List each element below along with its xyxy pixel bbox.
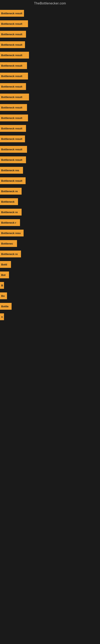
bar-row-13: Bottleneck result — [0, 144, 100, 154]
bar-12: Bottleneck result — [0, 136, 25, 142]
bar-row-3: Bottleneck result — [0, 40, 100, 50]
bar-label-23: Bottleneck re — [1, 252, 18, 256]
bar-2: Bottleneck result — [0, 31, 26, 38]
bar-label-4: Bottleneck result — [1, 54, 22, 57]
bar-row-7: Bottleneck result — [0, 81, 100, 92]
bar-row-25: Bot — [0, 270, 100, 280]
bar-15: Bottleneck res — [0, 167, 23, 174]
bar-row-19: Bottleneck re — [0, 207, 100, 217]
empty-row-30 — [0, 322, 100, 332]
bar-14: Bottleneck result — [0, 156, 26, 163]
bar-8: Bottleneck result — [0, 94, 29, 100]
bar-row-5: Bottleneck result — [0, 60, 100, 71]
bar-label-3: Bottleneck result — [1, 43, 22, 46]
bar-21: Bottleneck resu — [0, 230, 24, 236]
bar-0: Bottleneck result — [0, 10, 24, 17]
bar-9: Bottleneck result — [0, 104, 27, 111]
bar-label-2: Bottleneck result — [1, 33, 22, 36]
bar-label-9: Bottleneck result — [1, 106, 22, 109]
bar-label-22: Bottlenec — [1, 242, 13, 245]
bar-row-1: Bottleneck result — [0, 18, 100, 29]
bar-label-15: Bottleneck res — [1, 169, 19, 172]
bar-16: Bottleneck result — [0, 177, 26, 184]
bar-label-20: Bottleneck r — [1, 221, 16, 224]
bar-label-24: Bottl — [1, 263, 7, 266]
bar-label-12: Bottleneck result — [1, 138, 22, 140]
bar-28: Bottle — [0, 303, 12, 310]
bar-row-4: Bottleneck result — [0, 50, 100, 60]
bar-row-18: Bottleneck — [0, 196, 100, 207]
bar-1: Bottleneck result — [0, 20, 28, 27]
bar-3: Bottleneck result — [0, 41, 25, 48]
bar-label-17: Bottleneck re — [1, 190, 18, 193]
bar-row-10: Bottleneck result — [0, 113, 100, 123]
bar-7: Bottleneck result — [0, 83, 26, 90]
bar-17: Bottleneck re — [0, 188, 22, 194]
empty-row-32 — [0, 343, 100, 354]
bar-29: n — [0, 313, 4, 320]
bar-row-15: Bottleneck res — [0, 165, 100, 176]
bar-row-24: Bottl — [0, 259, 100, 270]
bar-4: Bottleneck result — [0, 52, 29, 58]
bar-row-6: Bottleneck result — [0, 71, 100, 81]
bar-25: Bot — [0, 272, 9, 278]
bar-label-14: Bottleneck result — [1, 158, 22, 162]
bar-row-2: Bottleneck result — [0, 29, 100, 40]
bar-label-10: Bottleneck result — [1, 116, 22, 120]
bar-row-26: B — [0, 280, 100, 290]
bar-13: Bottleneck result — [0, 146, 27, 153]
bar-row-16: Bottleneck result — [0, 176, 100, 186]
bar-label-5: Bottleneck result — [1, 64, 22, 67]
bar-11: Bottleneck result — [0, 125, 26, 132]
bar-row-0: Bottleneck result — [0, 8, 100, 18]
bar-label-11: Bottleneck result — [1, 127, 22, 130]
bar-row-20: Bottleneck r — [0, 217, 100, 228]
bar-label-25: Bot — [1, 274, 6, 276]
bar-row-9: Bottleneck result — [0, 102, 100, 113]
bar-label-26: B — [1, 284, 3, 287]
bar-label-13: Bottleneck result — [1, 148, 22, 151]
bar-label-21: Bottleneck resu — [1, 232, 21, 235]
bar-label-16: Bottleneck result — [1, 179, 22, 182]
bar-label-29: n — [1, 315, 3, 318]
bar-10: Bottleneck result — [0, 114, 28, 121]
bar-label-6: Bottleneck result — [1, 75, 22, 78]
bar-row-22: Bottlenec — [0, 238, 100, 249]
bar-row-11: Bottleneck result — [0, 123, 100, 134]
bar-label-8: Bottleneck result — [1, 96, 22, 98]
bar-6: Bottleneck result — [0, 73, 28, 80]
empty-row-34 — [0, 364, 100, 374]
bar-row-17: Bottleneck re — [0, 186, 100, 196]
site-title: TheBottlenecker.com — [0, 0, 100, 6]
bar-24: Bottl — [0, 261, 11, 268]
bar-19: Bottleneck re — [0, 209, 22, 216]
bar-label-19: Bottleneck re — [1, 211, 18, 214]
bar-row-12: Bottleneck result — [0, 134, 100, 144]
bar-row-23: Bottleneck re — [0, 249, 100, 259]
empty-row-35 — [0, 374, 100, 385]
bar-5: Bottleneck result — [0, 62, 27, 69]
bar-label-1: Bottleneck result — [1, 22, 22, 25]
bar-23: Bottleneck re — [0, 250, 21, 258]
bar-label-18: Bottleneck — [1, 200, 14, 203]
bar-label-27: Bo — [1, 294, 4, 298]
bar-label-7: Bottleneck result — [1, 85, 22, 88]
bars-container: Bottleneck resultBottleneck resultBottle… — [0, 6, 100, 387]
bar-row-8: Bottleneck result — [0, 92, 100, 102]
bar-20: Bottleneck r — [0, 219, 20, 226]
bar-row-14: Bottleneck result — [0, 154, 100, 165]
bar-27: Bo — [0, 292, 7, 299]
bar-22: Bottlenec — [0, 240, 17, 247]
bar-26: B — [0, 282, 4, 289]
bar-label-0: Bottleneck result — [1, 12, 22, 15]
bar-18: Bottleneck — [0, 198, 18, 205]
bar-label-28: Bottle — [1, 305, 9, 308]
empty-row-33 — [0, 354, 100, 364]
bar-row-27: Bo — [0, 290, 100, 301]
bar-row-21: Bottleneck resu — [0, 228, 100, 238]
bar-row-29: n — [0, 312, 100, 322]
empty-row-31 — [0, 332, 100, 343]
bar-row-28: Bottle — [0, 301, 100, 312]
